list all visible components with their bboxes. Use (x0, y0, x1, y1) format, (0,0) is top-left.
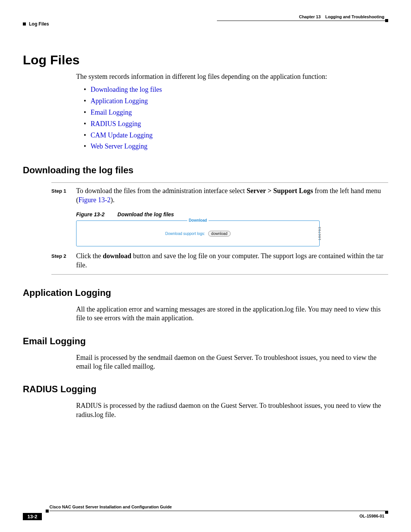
page-header: Chapter 13 Logging and Troubleshooting L… (23, 14, 388, 27)
download-label: Download support logs: (165, 232, 205, 236)
step-2: Step 2 Click the download button and sav… (51, 252, 388, 270)
download-legend: Download (187, 218, 209, 222)
link-email-logging[interactable]: Email Logging (91, 109, 132, 116)
header-marker-right (385, 19, 388, 22)
link-application-logging[interactable]: Application Logging (91, 97, 148, 105)
page-number-badge: 13-2 (23, 513, 42, 520)
download-button[interactable]: download (208, 231, 231, 236)
step-2-label: Step 2 (51, 252, 76, 270)
radius-body: RADIUS is processed by the radiusd daemo… (76, 401, 388, 419)
step-rule-bottom (51, 274, 388, 275)
figure-title: Download the log files (118, 211, 174, 217)
footer-marker-left (46, 510, 49, 513)
footer-guide-title: Cisco NAC Guest Server Installation and … (49, 505, 172, 509)
step-1-post: ). (111, 196, 115, 204)
step-2-body: Click the download button and save the l… (76, 252, 388, 270)
section-radius-title: RADIUS Logging (23, 384, 388, 395)
download-panel: Download Download support logs: download (76, 220, 320, 246)
figure-number: Figure 13-2 (76, 211, 105, 217)
chapter-number: Chapter 13 (299, 14, 321, 19)
step-1-pre: To download the files from the administr… (76, 187, 247, 195)
figure-caption: Figure 13-2 Download the log files (76, 211, 388, 217)
header-section: Log Files (23, 21, 49, 27)
toc-links: Downloading the log files Application Lo… (84, 85, 388, 152)
link-web-server-logging[interactable]: Web Server Logging (91, 142, 148, 150)
email-body: Email is processed by the sendmail daemo… (76, 353, 388, 371)
intro-text: The system records information in differ… (76, 73, 388, 81)
step-1: Step 1 To download the files from the ad… (51, 187, 388, 204)
footer-marker-right (385, 511, 388, 514)
section-downloading-title: Downloading the log files (23, 165, 388, 176)
step-1-label: Step 1 (51, 187, 76, 204)
section-email-title: Email Logging (23, 336, 388, 347)
application-body: All the application error and warning me… (76, 305, 388, 323)
step-rule-top (51, 182, 388, 183)
section-application-title: Application Logging (23, 288, 388, 298)
doc-code: OL-15986-01 (360, 514, 384, 518)
step-1-bold: Server > Support Logs (247, 187, 313, 195)
step-1-body: To download the files from the administr… (76, 187, 388, 204)
step-2-pre: Click the (76, 252, 103, 260)
header-marker-left (23, 22, 26, 26)
page-title: Log Files (23, 53, 388, 67)
step-2-bold: download (103, 252, 131, 260)
figure-13-2: Download Download support logs: download… (76, 220, 320, 246)
figure-ref-13-2[interactable]: Figure 13-2 (78, 196, 111, 204)
page-footer: Cisco NAC Guest Server Installation and … (23, 505, 388, 521)
link-downloading[interactable]: Downloading the log files (91, 86, 162, 93)
section-name: Log Files (29, 21, 49, 27)
header-rule (217, 21, 388, 21)
chapter-title: Logging and Troubleshooting (325, 14, 384, 19)
figure-id: 186783 (318, 227, 322, 240)
header-chapter: Chapter 13 Logging and Troubleshooting (299, 14, 388, 19)
footer-rule (49, 511, 388, 511)
link-cam-update-logging[interactable]: CAM Update Logging (91, 131, 153, 139)
link-radius-logging[interactable]: RADIUS Logging (91, 120, 141, 128)
